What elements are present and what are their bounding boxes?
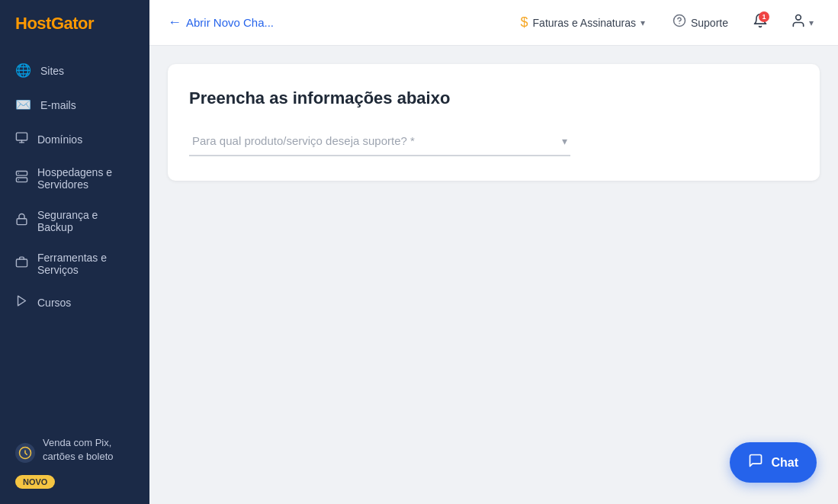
domain-icon: [15, 131, 28, 148]
promo-text: Venda com Pix, cartões e boleto: [43, 436, 134, 464]
chat-label: Chat: [771, 456, 798, 470]
sidebar-item-courses[interactable]: Cursos: [0, 285, 149, 320]
svg-point-13: [796, 15, 801, 21]
sidebar-item-security[interactable]: Segurança e Backup: [0, 200, 149, 242]
content-area: Preencha as informações abaixo Para qual…: [149, 46, 838, 504]
user-chevron-icon: ▾: [809, 18, 814, 28]
sidebar-item-label: Ferramentas e Serviços: [37, 252, 134, 276]
hosting-icon: [15, 170, 28, 187]
email-icon: ✉️: [15, 97, 31, 113]
promo-icon: [15, 443, 35, 463]
chevron-down-icon: ▾: [641, 18, 645, 28]
billing-icon: $: [521, 14, 528, 30]
sidebar-promo: Venda com Pix, cartões e boleto NOVO: [0, 425, 149, 504]
support-label: Suporte: [691, 17, 728, 29]
product-dropdown[interactable]: Para qual produto/serviço deseja suporte…: [189, 127, 570, 156]
svg-rect-8: [16, 259, 27, 267]
billing-menu[interactable]: $ Faturas e Assinaturas ▾: [513, 10, 653, 35]
sidebar-item-tools[interactable]: Ferramentas e Serviços: [0, 242, 149, 285]
dropdown-chevron-icon: ▾: [562, 135, 567, 147]
svg-rect-3: [16, 171, 27, 175]
svg-marker-9: [18, 296, 26, 306]
sidebar: HostGator 🌐 Sites ✉️ E-mails Domínios Ho…: [0, 0, 149, 504]
sidebar-item-domains[interactable]: Domínios: [0, 122, 149, 157]
back-label: Abrir Novo Cha...: [186, 16, 274, 29]
sidebar-item-label: Hospedagens e Servidores: [37, 166, 134, 191]
globe-icon: 🌐: [15, 63, 31, 79]
courses-icon: [15, 294, 28, 311]
sidebar-nav: 🌐 Sites ✉️ E-mails Domínios Hospedagens …: [0, 47, 149, 425]
sidebar-item-label: Sites: [40, 65, 64, 77]
user-icon: [791, 13, 806, 32]
user-menu[interactable]: ▾: [785, 8, 820, 37]
billing-label: Faturas e Assinaturas: [533, 17, 636, 29]
sidebar-item-emails[interactable]: ✉️ E-mails: [0, 88, 149, 122]
chat-button[interactable]: Chat: [730, 442, 817, 483]
svg-rect-7: [17, 219, 27, 225]
logo: HostGator: [0, 0, 149, 47]
chat-icon: [748, 453, 763, 472]
tools-icon: [15, 255, 28, 272]
sidebar-item-label: Cursos: [37, 297, 71, 309]
notification-badge: 1: [759, 11, 769, 22]
back-button[interactable]: ← Abrir Novo Cha...: [168, 14, 274, 30]
card-title: Preencha as informações abaixo: [189, 88, 798, 108]
lock-icon: [15, 213, 28, 230]
support-menu[interactable]: Suporte: [665, 9, 736, 36]
svg-rect-0: [16, 133, 27, 140]
sidebar-item-label: E-mails: [40, 99, 76, 111]
notifications-button[interactable]: 1: [748, 8, 772, 37]
svg-rect-4: [16, 178, 27, 182]
form-card: Preencha as informações abaixo Para qual…: [168, 64, 820, 181]
main-area: ← Abrir Novo Cha... $ Faturas e Assinatu…: [149, 0, 838, 504]
dropdown-placeholder: Para qual produto/serviço deseja suporte…: [192, 134, 415, 147]
sidebar-item-label: Segurança e Backup: [37, 209, 134, 233]
sidebar-item-hosting[interactable]: Hospedagens e Servidores: [0, 157, 149, 200]
header: ← Abrir Novo Cha... $ Faturas e Assinatu…: [149, 0, 838, 46]
help-circle-icon: [673, 14, 686, 31]
back-arrow-icon: ←: [168, 14, 181, 30]
sidebar-item-label: Domínios: [37, 133, 82, 146]
sidebar-item-sites[interactable]: 🌐 Sites: [0, 53, 149, 88]
promo-badge: NOVO: [15, 475, 55, 489]
